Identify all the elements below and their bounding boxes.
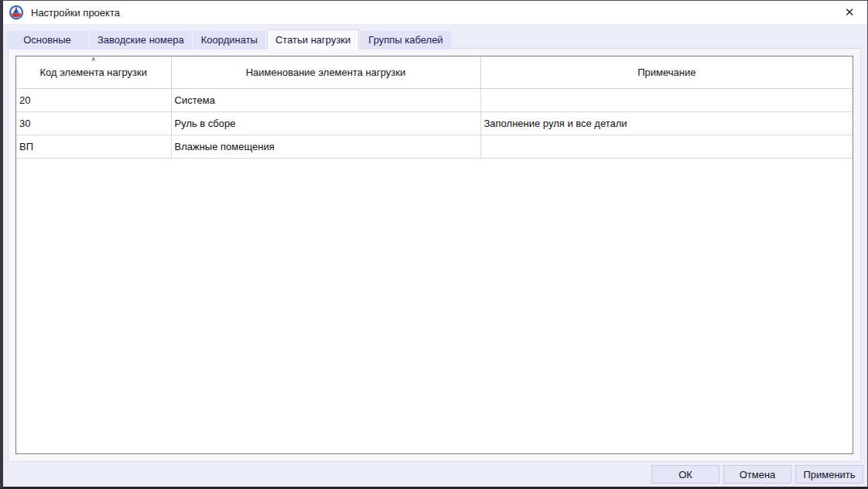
cell-name[interactable]: Система (171, 89, 480, 112)
close-button[interactable]: ✕ (832, 1, 867, 24)
cell-code[interactable]: ВП (16, 135, 171, 159)
ok-button[interactable]: ОК (651, 465, 719, 484)
cancel-button[interactable]: Отмена (723, 465, 791, 484)
tab-koordinaty[interactable]: Координаты (193, 31, 265, 50)
cell-code[interactable]: 30 (16, 112, 171, 135)
table-header-row: ∧ Код элемента нагрузки Наименование эле… (16, 56, 853, 89)
tab-zavodskie-nomera[interactable]: Заводские номера (90, 31, 192, 50)
apply-button[interactable]: Применить (795, 465, 863, 484)
tab-osnovnye[interactable]: Основные (6, 31, 88, 50)
column-header-note[interactable]: Примечание (480, 56, 853, 89)
load-items-table-frame: ∧ Код элемента нагрузки Наименование эле… (15, 56, 853, 454)
column-header-code-label: Код элемента нагрузки (39, 67, 147, 78)
cell-note[interactable] (480, 135, 853, 159)
tab-page-load-items: ∧ Код элемента нагрузки Наименование эле… (8, 48, 861, 462)
table-row: 30 Руль в сборе Заполнение руля и все де… (16, 112, 853, 135)
tab-stati-nagruzki[interactable]: Статьи нагрузки (267, 29, 359, 50)
tab-bar: Основные Заводские номера Координаты Ста… (6, 29, 453, 50)
sort-asc-icon: ∧ (16, 56, 171, 63)
column-header-code[interactable]: ∧ Код элемента нагрузки (16, 56, 171, 89)
cell-note[interactable]: Заполнение руля и все детали (480, 112, 853, 135)
titlebar: Настройки проекта ✕ (3, 1, 867, 24)
project-settings-dialog: Настройки проекта ✕ Основные Заводские н… (0, 0, 868, 489)
load-items-table: ∧ Код элемента нагрузки Наименование эле… (16, 56, 853, 159)
tab-gruppy-kabelej[interactable]: Группы кабелей (361, 31, 450, 50)
app-logo-icon (9, 5, 24, 20)
cell-name[interactable]: Влажные помещения (171, 135, 480, 159)
table-row: 20 Система (16, 89, 853, 112)
table-row: ВП Влажные помещения (16, 135, 853, 159)
dialog-button-bar: ОК Отмена Применить (3, 462, 867, 487)
cell-code[interactable]: 20 (16, 89, 171, 112)
column-header-name-label: Наименование элемента нагрузки (246, 67, 406, 78)
close-icon: ✕ (845, 5, 855, 19)
cell-note[interactable] (480, 89, 853, 112)
cell-name[interactable]: Руль в сборе (171, 112, 480, 135)
column-header-name[interactable]: Наименование элемента нагрузки (171, 56, 480, 89)
column-header-note-label: Примечание (637, 67, 695, 78)
window-title: Настройки проекта (31, 7, 120, 19)
